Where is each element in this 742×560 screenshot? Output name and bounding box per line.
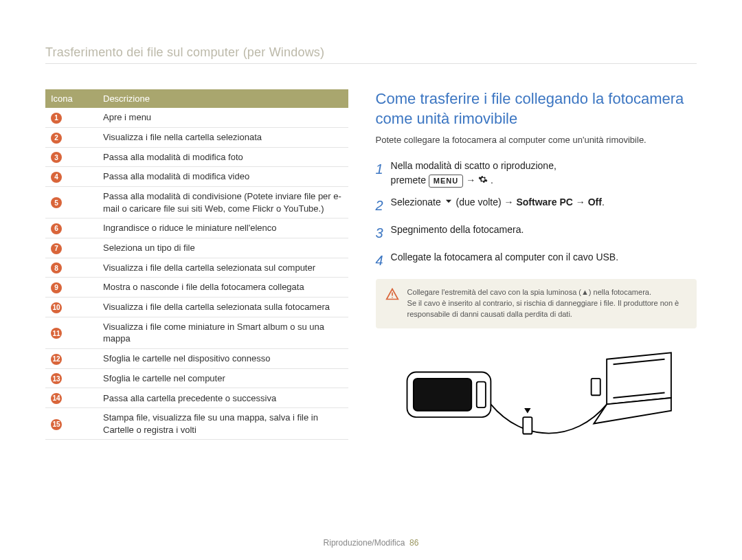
step1-line1: Nella modalità di scatto o riproduzione, xyxy=(391,160,556,171)
right-column: Come trasferire i file collegando la fot… xyxy=(376,89,697,452)
table-row: 7Seleziona un tipo di file xyxy=(45,238,348,258)
warning-text: Collegare l'estremità del cavo con la sp… xyxy=(407,287,687,320)
step2-mid: (due volte) → xyxy=(456,197,517,208)
table-row: 2Visualizza i file nella cartella selezi… xyxy=(45,127,348,147)
step-number: 1 xyxy=(376,159,391,179)
connection-illustration xyxy=(376,346,697,452)
table-row: 9Mostra o nasconde i file della fotocame… xyxy=(45,278,348,298)
arrow-icon: → xyxy=(466,175,478,186)
step-text: Spegnimento della fotocamera. xyxy=(391,223,697,237)
number-badge: 4 xyxy=(51,172,62,183)
table-row: 1Apre i menu xyxy=(45,108,348,127)
step-text: Collegate la fotocamera al computer con … xyxy=(391,250,697,265)
step-4: 4 Collegate la fotocamera al computer co… xyxy=(376,250,697,271)
step-number: 4 xyxy=(376,250,391,271)
chevron-down-icon xyxy=(444,196,453,210)
number-badge: 11 xyxy=(51,328,62,339)
svg-rect-4 xyxy=(477,382,486,408)
left-column: Icona Descrizione 1Apre i menu 2Visualiz… xyxy=(45,89,348,452)
table-row: 14Passa alla cartella precedente o succe… xyxy=(45,388,348,408)
icon-description-table: Icona Descrizione 1Apre i menu 2Visualiz… xyxy=(45,89,348,440)
title-underline xyxy=(45,63,697,64)
step-number: 3 xyxy=(376,223,391,243)
menu-button-icon: MENU xyxy=(429,175,463,188)
row-desc: Visualizza i file della cartella selezio… xyxy=(98,298,348,317)
gear-icon xyxy=(478,174,488,188)
section-heading: Come trasferire i file collegando la fot… xyxy=(376,89,697,128)
table-row: 5Passa alla modalità di condivisione (Po… xyxy=(45,187,348,219)
row-desc: Visualizza i file della cartella selezio… xyxy=(98,258,348,278)
row-desc: Passa alla modalità di modifica foto xyxy=(98,147,348,167)
number-badge: 3 xyxy=(51,152,62,163)
note-line1: Collegare l'estremità del cavo con la sp… xyxy=(407,288,651,296)
number-badge: 15 xyxy=(51,419,62,430)
table-row: 12Sfoglia le cartelle nel dispositivo co… xyxy=(45,348,348,368)
number-badge: 2 xyxy=(51,133,62,144)
table-row: 15Stampa file, visualizza file su una ma… xyxy=(45,408,348,440)
number-badge: 14 xyxy=(51,393,62,404)
table-row: 8Visualizza i file della cartella selezi… xyxy=(45,258,348,278)
page-footer: Riproduzione/Modifica 86 xyxy=(0,538,742,548)
period: . xyxy=(491,175,493,186)
step2-software-bold: Software PC xyxy=(516,197,572,208)
th-icon: Icona xyxy=(45,89,98,108)
period: . xyxy=(602,197,605,208)
number-badge: 10 xyxy=(51,302,62,313)
step2-pre: Selezionate xyxy=(391,197,444,208)
number-badge: 8 xyxy=(51,262,62,273)
number-badge: 1 xyxy=(51,113,62,124)
svg-point-1 xyxy=(392,297,393,298)
row-desc: Mostra o nasconde i file della fotocamer… xyxy=(98,278,348,298)
number-badge: 7 xyxy=(51,243,62,254)
row-desc: Visualizza i file nella cartella selezio… xyxy=(98,127,348,147)
page-title: Trasferimento dei file sul computer (per… xyxy=(45,45,324,60)
number-badge: 5 xyxy=(51,197,62,208)
svg-rect-6 xyxy=(592,379,600,395)
row-desc: Passa alla modalità di modifica video xyxy=(98,167,348,187)
warning-note: Collegare l'estremità del cavo con la sp… xyxy=(376,279,697,328)
row-desc: Apre i menu xyxy=(98,108,348,127)
svg-marker-9 xyxy=(594,398,672,424)
step-text: Nella modalità di scatto o riproduzione,… xyxy=(391,159,697,188)
row-desc: Stampa file, visualizza file su una mapp… xyxy=(98,408,348,440)
step2-off-bold: Off xyxy=(588,197,602,208)
table-row: 6Ingrandisce o riduce le miniature nell'… xyxy=(45,219,348,238)
svg-marker-7 xyxy=(524,408,530,414)
number-badge: 13 xyxy=(51,373,62,384)
svg-rect-5 xyxy=(524,417,532,434)
table-row: 11Visualizza i file come miniature in Sm… xyxy=(45,317,348,348)
step-number: 2 xyxy=(376,195,391,216)
step1-pre: premete xyxy=(391,175,429,186)
section-intro: Potete collegare la fotocamera al comput… xyxy=(376,134,697,146)
note-line2: Se il cavo è inserito al contrario, si r… xyxy=(407,299,679,318)
step-1: 1 Nella modalità di scatto o riproduzion… xyxy=(376,159,697,188)
row-desc: Passa alla modalità di condivisione (Pot… xyxy=(98,187,348,219)
step-3: 3 Spegnimento della fotocamera. xyxy=(376,223,697,243)
row-desc: Ingrandisce o riduce le miniature nell'e… xyxy=(98,219,348,238)
step-text: Selezionate (due volte) → Software PC → … xyxy=(391,195,697,210)
th-desc: Descrizione xyxy=(98,89,348,108)
row-desc: Sfoglia le cartelle nel dispositivo conn… xyxy=(98,348,348,368)
table-row: 3Passa alla modalità di modifica foto xyxy=(45,147,348,167)
step-2: 2 Selezionate (due volte) → Software PC … xyxy=(376,195,697,216)
table-row: 13Sfoglia le cartelle nel computer xyxy=(45,368,348,388)
row-desc: Passa alla cartella precedente o success… xyxy=(98,388,348,408)
warning-icon xyxy=(385,287,401,320)
number-badge: 9 xyxy=(51,282,62,293)
row-desc: Sfoglia le cartelle nel computer xyxy=(98,368,348,388)
table-row: 10Visualizza i file della cartella selez… xyxy=(45,298,348,317)
footer-section: Riproduzione/Modifica xyxy=(324,538,405,548)
content-area: Icona Descrizione 1Apre i menu 2Visualiz… xyxy=(45,89,697,452)
svg-rect-3 xyxy=(414,379,471,411)
number-badge: 12 xyxy=(51,354,62,365)
row-desc: Visualizza i file come miniature in Smar… xyxy=(98,317,348,348)
arrow-icon: → xyxy=(576,197,588,208)
row-desc: Seleziona un tipo di file xyxy=(98,238,348,258)
number-badge: 6 xyxy=(51,223,62,234)
footer-page-number: 86 xyxy=(409,538,418,548)
svg-marker-8 xyxy=(607,352,671,404)
table-row: 4Passa alla modalità di modifica video xyxy=(45,167,348,187)
